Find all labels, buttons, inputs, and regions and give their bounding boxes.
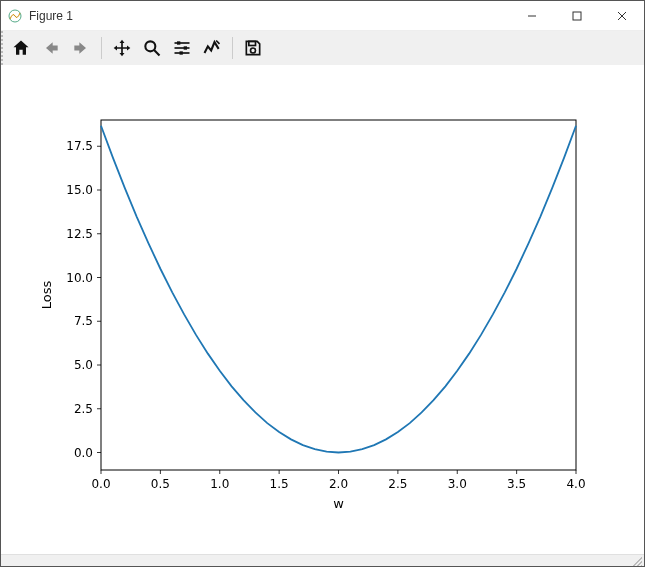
ytick-label: 2.5 <box>74 402 93 416</box>
forward-button[interactable] <box>67 34 95 62</box>
ytick-label: 17.5 <box>66 139 93 153</box>
svg-rect-13 <box>249 41 256 45</box>
zoom-button[interactable] <box>138 34 166 62</box>
ylabel: Loss <box>39 281 54 310</box>
ytick-label: 7.5 <box>74 314 93 328</box>
ytick-label: 10.0 <box>66 271 93 285</box>
close-button[interactable] <box>599 1 644 31</box>
ytick-label: 5.0 <box>74 358 93 372</box>
save-button[interactable] <box>239 34 267 62</box>
xtick-label: 3.0 <box>448 477 467 491</box>
xtick-label: 0.5 <box>151 477 170 491</box>
toolbar-separator <box>232 37 233 59</box>
svg-line-6 <box>154 50 159 55</box>
status-bar <box>1 554 644 566</box>
ytick-label: 15.0 <box>66 183 93 197</box>
xlabel: w <box>333 496 344 511</box>
xtick-label: 2.5 <box>388 477 407 491</box>
svg-point-14 <box>251 48 256 53</box>
home-button[interactable] <box>7 34 35 62</box>
app-icon <box>7 8 23 24</box>
svg-rect-12 <box>180 51 183 54</box>
edit-axis-button[interactable] <box>198 34 226 62</box>
line-series <box>101 126 576 453</box>
xtick-label: 4.0 <box>566 477 585 491</box>
xtick-label: 1.5 <box>270 477 289 491</box>
ytick-label: 0.0 <box>74 446 93 460</box>
pan-button[interactable] <box>108 34 136 62</box>
toolbar <box>1 31 644 65</box>
back-button[interactable] <box>37 34 65 62</box>
xtick-label: 0.0 <box>91 477 110 491</box>
xtick-label: 3.5 <box>507 477 526 491</box>
window-titlebar: Figure 1 <box>1 1 644 31</box>
configure-button[interactable] <box>168 34 196 62</box>
window-title: Figure 1 <box>29 9 73 23</box>
maximize-button[interactable] <box>554 1 599 31</box>
minimize-button[interactable] <box>509 1 554 31</box>
plot-frame <box>101 120 576 470</box>
toolbar-separator <box>101 37 102 59</box>
svg-rect-8 <box>177 41 180 44</box>
svg-rect-2 <box>573 12 581 20</box>
svg-rect-10 <box>184 46 187 49</box>
resize-grip[interactable] <box>630 554 642 566</box>
ytick-label: 12.5 <box>66 227 93 241</box>
xtick-label: 2.0 <box>329 477 348 491</box>
svg-point-5 <box>145 41 155 51</box>
xtick-label: 1.0 <box>210 477 229 491</box>
plot-canvas[interactable]: 0.00.51.01.52.02.53.03.54.00.02.55.07.51… <box>1 65 644 554</box>
